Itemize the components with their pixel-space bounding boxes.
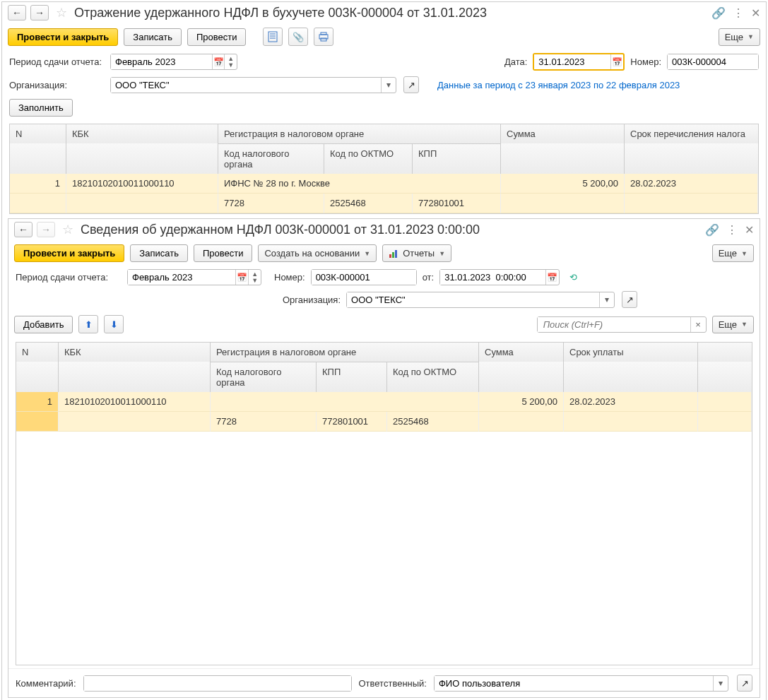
col-sum: Сумма: [479, 343, 564, 362]
print-icon[interactable]: [314, 28, 333, 46]
org-label: Организация:: [283, 295, 341, 305]
favorite-star-icon[interactable]: ☆: [56, 5, 67, 20]
dropdown-icon[interactable]: ▾: [599, 292, 614, 307]
move-up-icon[interactable]: ⬆: [78, 315, 98, 333]
col-reg: Регистрация в налоговом органе: [218, 124, 501, 143]
svg-rect-5: [321, 32, 326, 35]
calendar-icon[interactable]: 📅: [212, 54, 225, 69]
dropdown-icon[interactable]: ▾: [381, 78, 396, 93]
back-button[interactable]: ←: [14, 222, 33, 237]
save-button[interactable]: Записать: [130, 244, 188, 262]
more-button[interactable]: Еще▼: [712, 244, 754, 262]
post-button[interactable]: Провести: [187, 28, 247, 46]
back-button[interactable]: ←: [8, 5, 26, 20]
col-oktmo: Код по ОКТМО: [387, 362, 479, 392]
spinner-icon[interactable]: ▲▼: [224, 54, 237, 69]
col-kpp: КПП: [413, 143, 501, 174]
from-date-input[interactable]: [440, 270, 545, 285]
save-button[interactable]: Записать: [124, 28, 182, 46]
open-external-icon[interactable]: ↗: [737, 675, 752, 692]
svg-rect-9: [395, 250, 397, 258]
window-title: Сведения об удержанном НДФЛ 003К-000001 …: [81, 223, 701, 237]
comment-input[interactable]: [84, 676, 351, 691]
svg-rect-7: [389, 254, 391, 258]
calendar-icon[interactable]: 📅: [610, 54, 624, 69]
sub-table: N КБК Регистрация в налоговом органе Сум…: [16, 342, 752, 665]
link-icon[interactable]: 🔗: [705, 223, 719, 237]
reports-button[interactable]: Отчеты▼: [382, 244, 451, 262]
period-info-link[interactable]: Данные за период с 23 января 2023 по 22 …: [437, 80, 680, 90]
col-deadline: Срок уплаты: [564, 343, 698, 362]
number-input[interactable]: [668, 54, 758, 69]
more-button[interactable]: Еще▼: [719, 28, 760, 46]
period-label: Период сдачи отчета:: [16, 272, 122, 283]
open-external-icon[interactable]: ↗: [403, 76, 419, 93]
kebab-menu-icon[interactable]: ⋮: [726, 223, 738, 237]
col-sum: Сумма: [501, 124, 625, 143]
responsible-label: Ответственный:: [359, 678, 427, 689]
forward-button[interactable]: →: [30, 5, 49, 20]
col-n: N: [10, 124, 66, 143]
period-input[interactable]: [111, 54, 212, 69]
calendar-icon[interactable]: 📅: [235, 270, 248, 285]
svg-rect-0: [268, 32, 277, 42]
table-row[interactable]: 1 18210102010011000110 ИФНС № 28 по г. М…: [10, 174, 758, 194]
number-input[interactable]: [312, 270, 416, 285]
period-label: Период сдачи отчета:: [9, 57, 105, 67]
more-button[interactable]: Еще▼: [712, 316, 754, 333]
post-and-close-button[interactable]: Провести и закрыть: [14, 244, 124, 262]
col-kpp: КПП: [317, 362, 387, 392]
date-label: Дата:: [504, 57, 527, 67]
window-title: Отражение удержанного НДФЛ в бухучете 00…: [74, 6, 707, 20]
document-icon[interactable]: [263, 28, 283, 46]
org-label: Организация:: [9, 80, 105, 90]
refresh-icon[interactable]: ⟲: [569, 272, 577, 283]
date-input[interactable]: [534, 54, 610, 69]
comment-label: Комментарий:: [16, 678, 76, 689]
favorite-star-icon[interactable]: ☆: [62, 222, 73, 237]
calendar-icon[interactable]: 📅: [545, 270, 559, 285]
org-input[interactable]: [347, 292, 599, 307]
kebab-menu-icon[interactable]: ⋮: [733, 6, 744, 20]
forward-button: →: [37, 222, 55, 237]
svg-rect-8: [392, 252, 394, 258]
add-button[interactable]: Добавить: [14, 316, 73, 333]
create-based-on-button[interactable]: Создать на основании▼: [258, 244, 377, 262]
top-table: N КБК Регистрация в налоговом органе Сум…: [9, 124, 759, 214]
link-icon[interactable]: 🔗: [711, 6, 726, 20]
post-button[interactable]: Провести: [194, 244, 253, 262]
fill-button[interactable]: Заполнить: [9, 99, 73, 117]
table-row[interactable]: 1 18210102010011000110 5 200,00 28.02.20…: [16, 392, 752, 412]
close-icon[interactable]: ✕: [751, 6, 760, 20]
org-input[interactable]: [111, 78, 381, 93]
responsible-input[interactable]: [435, 676, 713, 691]
col-code-org: Код налогового органа: [211, 362, 317, 392]
post-and-close-button[interactable]: Провести и закрыть: [8, 28, 118, 46]
move-down-icon[interactable]: ⬇: [104, 315, 124, 333]
table-row[interactable]: 7728 772801001 2525468: [16, 412, 752, 432]
clear-search-icon[interactable]: ×: [690, 317, 706, 332]
number-label: Номер:: [274, 272, 305, 283]
col-reg: Регистрация в налоговом органе: [211, 343, 479, 362]
dropdown-icon[interactable]: ▾: [713, 676, 728, 691]
search-input[interactable]: [538, 317, 690, 332]
table-row[interactable]: 7728 2525468 772801001: [10, 194, 758, 213]
col-deadline: Срок перечисления налога: [625, 124, 758, 143]
period-input[interactable]: [128, 270, 235, 285]
open-external-icon[interactable]: ↗: [622, 291, 637, 308]
col-kbk: КБК: [66, 124, 218, 143]
from-label: от:: [423, 272, 435, 283]
attachment-icon[interactable]: 📎: [288, 28, 308, 46]
col-oktmo: Код по ОКТМО: [324, 143, 413, 174]
col-kbk: КБК: [59, 343, 211, 362]
number-label: Номер:: [630, 57, 661, 67]
col-code-org: Код налогового органа: [218, 143, 324, 174]
chart-icon: [389, 249, 398, 259]
close-icon[interactable]: ✕: [745, 223, 754, 237]
col-n: N: [16, 343, 59, 362]
spinner-icon[interactable]: ▲▼: [248, 270, 261, 285]
